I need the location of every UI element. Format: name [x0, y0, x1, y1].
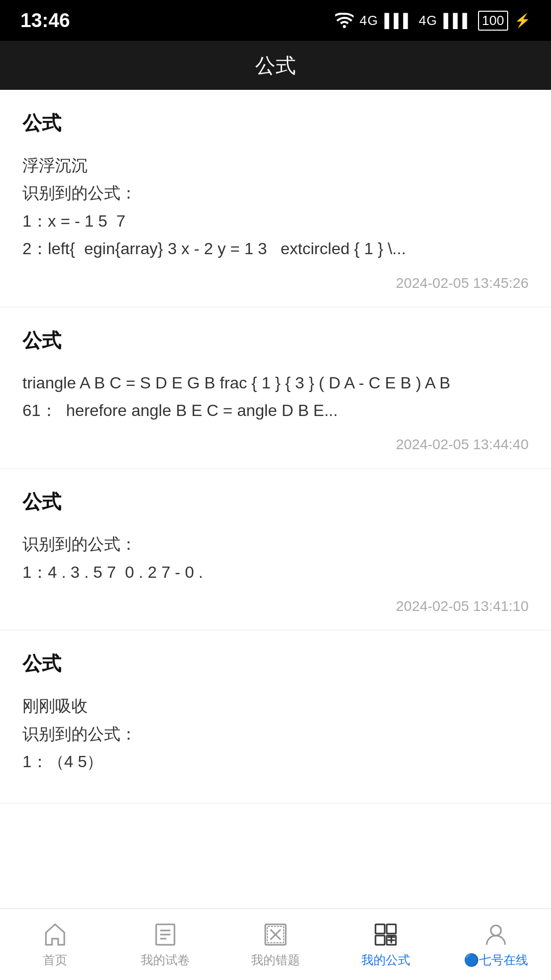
card-2-title: 公式: [22, 328, 529, 354]
content-area: 公式 浮浮沉沉 识别到的公式： 1：x = - 1 5 7 2：left{ eg…: [0, 90, 551, 909]
svg-rect-9: [387, 924, 396, 934]
signal-4g-2: 4G: [419, 13, 438, 29]
status-bar: 13:46 4G ▌▌▌ 4G ▌▌▌ 100 ⚡: [0, 0, 551, 41]
home-icon: [42, 921, 68, 948]
status-icons: 4G ▌▌▌ 4G ▌▌▌ 100 ⚡: [335, 11, 531, 31]
formulas-icon: [372, 921, 399, 948]
nav-title: 公式: [255, 52, 296, 80]
status-time: 13:46: [20, 10, 70, 32]
card-3-time: 2024-02-05 13:41:10: [22, 598, 529, 615]
nav-item-formulas[interactable]: 我的公式: [331, 921, 441, 968]
formula-card-1[interactable]: 公式 浮浮沉沉 识别到的公式： 1：x = - 1 5 7 2：left{ eg…: [0, 90, 551, 307]
bottom-nav: 首页 我的试卷 我的错题 我的公式: [0, 909, 551, 980]
card-2-time: 2024-02-05 13:44:40: [22, 436, 529, 453]
svg-point-15: [491, 925, 501, 936]
card-1-title: 公式: [22, 110, 529, 136]
nav-item-papers[interactable]: 我的试卷: [110, 921, 220, 968]
nav-label-papers: 我的试卷: [141, 952, 190, 968]
svg-rect-10: [375, 936, 385, 945]
nav-item-online[interactable]: 🔵七号在线: [441, 921, 551, 968]
signal-4g-1: 4G: [360, 13, 379, 29]
formula-card-2[interactable]: 公式 triangle A B C = S D E G B frac { 1 }…: [0, 307, 551, 469]
signal-bars-1: ▌▌▌: [384, 13, 412, 29]
wifi-icon: [335, 13, 354, 28]
battery-icon: 100: [478, 11, 508, 31]
nav-label-home: 首页: [43, 952, 67, 968]
nav-label-errors: 我的错题: [251, 952, 300, 968]
nav-label-online: 🔵七号在线: [464, 952, 528, 968]
nav-label-formulas: 我的公式: [361, 952, 410, 968]
card-2-body: triangle A B C = S D E G B frac { 1 } { …: [22, 369, 529, 425]
user-icon: [483, 921, 509, 948]
formula-card-3[interactable]: 公式 识别到的公式： 1：4 . 3 . 5 7 0 . 2 7 - 0 . 2…: [0, 469, 551, 630]
nav-bar: 公式: [0, 41, 551, 90]
signal-bars-2: ▌▌▌: [443, 13, 471, 29]
card-3-body: 识别到的公式： 1：4 . 3 . 5 7 0 . 2 7 - 0 .: [22, 530, 529, 586]
card-3-title: 公式: [22, 489, 529, 515]
nav-item-errors[interactable]: 我的错题: [220, 921, 331, 968]
card-4-body: 刚刚吸收 识别到的公式： 1：（4 5）: [22, 692, 529, 775]
formula-card-4[interactable]: 公式 刚刚吸收 识别到的公式： 1：（4 5）: [0, 630, 551, 803]
papers-icon: [152, 921, 179, 948]
card-1-time: 2024-02-05 13:45:26: [22, 275, 529, 291]
nav-item-home[interactable]: 首页: [0, 921, 110, 968]
battery-charging: ⚡: [514, 13, 531, 29]
svg-rect-8: [375, 924, 385, 934]
card-4-title: 公式: [22, 651, 529, 677]
card-1-body: 浮浮沉沉 识别到的公式： 1：x = - 1 5 7 2：left{ egin{…: [22, 152, 529, 263]
errors-icon: [262, 921, 289, 948]
